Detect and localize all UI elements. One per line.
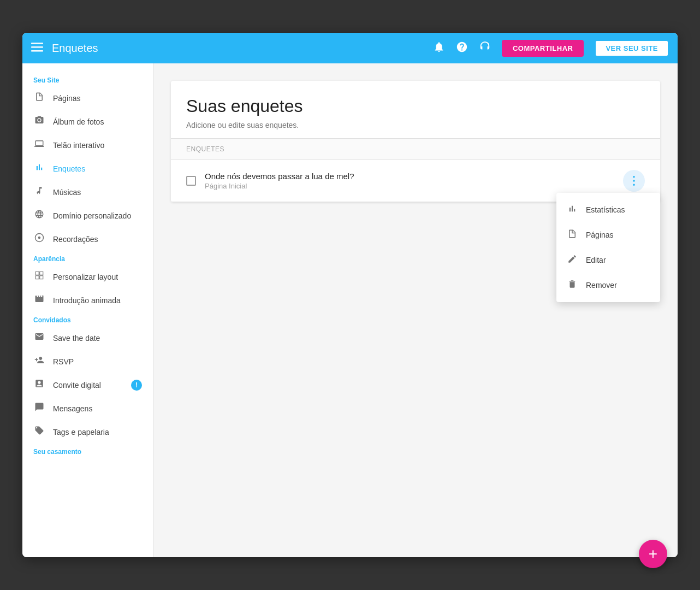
svg-rect-0	[31, 43, 43, 44]
sidebar-label-tags-papelaria: Tags e papelaria	[53, 428, 109, 436]
page-subtitle: Adicione ou edite suas enquetes.	[186, 121, 645, 129]
context-label-paginas: Páginas	[586, 231, 614, 239]
envelope-icon	[33, 332, 45, 344]
sidebar-item-paginas[interactable]: Páginas	[22, 86, 153, 110]
sidebar-item-personalizar-layout[interactable]: Personalizar layout	[22, 265, 153, 288]
sidebar-label-mensagens: Mensagens	[53, 404, 92, 413]
sidebar-label-album: Álbum de fotos	[53, 117, 104, 126]
context-menu-item-editar[interactable]: Editar	[556, 247, 660, 273]
content-card: Suas enquetes Adicione ou edite suas enq…	[171, 81, 660, 202]
sidebar-label-musicas: Músicas	[53, 188, 81, 197]
svg-rect-1	[31, 46, 43, 48]
sidebar-label-paginas: Páginas	[53, 94, 81, 103]
svg-point-6	[633, 180, 635, 182]
page-title: Suas enquetes	[186, 96, 645, 116]
headset-icon[interactable]	[479, 41, 491, 56]
main-layout: Seu Site Páginas Álbum de fotos	[22, 63, 678, 557]
context-menu-item-paginas[interactable]: Páginas	[556, 222, 660, 247]
poll-checkbox[interactable]	[186, 176, 196, 186]
context-menu-item-estatisticas[interactable]: Estatísticas	[556, 197, 660, 222]
notification-icon[interactable]	[433, 41, 445, 56]
camera-icon	[33, 115, 45, 128]
sidebar-item-mensagens[interactable]: Mensagens	[22, 397, 153, 420]
menu-icon[interactable]	[31, 41, 43, 56]
sidebar-section-seu-site: Seu Site	[22, 72, 153, 86]
content-area: Suas enquetes Adicione ou edite suas enq…	[153, 63, 678, 557]
svg-point-7	[633, 184, 635, 186]
sidebar-item-recordacoes[interactable]: Recordações	[22, 227, 153, 251]
digital-invite-icon	[33, 379, 45, 391]
record-icon	[33, 233, 45, 245]
sidebar-item-musicas[interactable]: Músicas	[22, 180, 153, 204]
sidebar-label-dominio: Domínio personalizado	[53, 211, 131, 220]
sidebar-item-tags-papelaria[interactable]: Tags e papelaria	[22, 420, 153, 444]
sidebar-item-introducao-animada[interactable]: Introdução animada	[22, 288, 153, 312]
svg-point-4	[38, 237, 41, 239]
message-icon	[33, 402, 45, 415]
poll-question: Onde nós devemos passar a lua de mel?	[205, 172, 623, 181]
sidebar-item-dominio[interactable]: Domínio personalizado	[22, 204, 153, 227]
file-icon	[33, 92, 45, 104]
sidebar-label-rsvp: RSVP	[53, 357, 74, 366]
sidebar-label-convite-digital: Convite digital	[53, 381, 101, 390]
context-label-estatisticas: Estatísticas	[586, 205, 625, 214]
chart-bar-icon	[33, 162, 45, 175]
sidebar-label-enquetes: Enquetes	[53, 164, 85, 173]
svg-rect-2	[31, 50, 43, 52]
sidebar-item-save-the-date[interactable]: Save the date	[22, 326, 153, 350]
context-label-remover: Remover	[586, 281, 617, 290]
trash-icon	[567, 279, 577, 291]
poll-more-button[interactable]	[623, 170, 645, 192]
music-icon	[33, 186, 45, 198]
poll-page: Página Inicial	[205, 182, 623, 190]
monitor-icon	[33, 139, 45, 151]
poll-row: Onde nós devemos passar a lua de mel? Pá…	[171, 160, 660, 202]
sidebar-label-introducao-animada: Introdução animada	[53, 296, 121, 305]
sidebar-section-seu-casamento: Seu casamento	[22, 444, 153, 458]
svg-point-5	[633, 176, 635, 178]
help-icon[interactable]	[456, 41, 468, 56]
ver-seu-site-button[interactable]: VER SEU SITE	[595, 40, 669, 57]
edit-icon	[567, 254, 577, 266]
chart-icon	[567, 204, 577, 216]
context-label-editar: Editar	[586, 256, 606, 264]
enquetes-section: ENQUETES Onde nós devemos passar a lua d…	[171, 139, 660, 202]
sidebar-item-rsvp[interactable]: RSVP	[22, 350, 153, 373]
sidebar-label-save-the-date: Save the date	[53, 334, 100, 343]
file-icon-menu	[567, 229, 577, 241]
person-add-icon	[33, 355, 45, 368]
poll-info: Onde nós devemos passar a lua de mel? Pá…	[205, 172, 623, 190]
sidebar-section-aparencia: Aparência	[22, 251, 153, 265]
section-header-enquetes: ENQUETES	[171, 139, 660, 160]
app-title: Enquetes	[52, 42, 424, 55]
sidebar-item-convite-digital[interactable]: Convite digital !	[22, 373, 153, 397]
film-icon	[33, 294, 45, 306]
compartilhar-button[interactable]: COMPARTILHAR	[502, 40, 584, 57]
layout-icon	[33, 270, 45, 283]
sidebar-label-personalizar-layout: Personalizar layout	[53, 273, 118, 281]
tag-icon	[33, 426, 45, 438]
context-menu: Estatísticas Páginas	[556, 193, 660, 302]
sidebar-section-convidados: Convidados	[22, 312, 153, 326]
sidebar-label-telao: Telão interativo	[53, 141, 104, 150]
topbar: Enquetes COMPARTILHAR VER SEU SITE	[22, 33, 678, 63]
fab-add-button[interactable]: +	[639, 540, 667, 557]
convite-badge: !	[131, 380, 142, 391]
context-menu-item-remover[interactable]: Remover	[556, 273, 660, 298]
domain-icon	[33, 209, 45, 222]
sidebar-label-recordacoes: Recordações	[53, 235, 98, 244]
sidebar: Seu Site Páginas Álbum de fotos	[22, 63, 153, 557]
content-header: Suas enquetes Adicione ou edite suas enq…	[171, 81, 660, 139]
topbar-icons: COMPARTILHAR VER SEU SITE	[433, 40, 669, 57]
sidebar-item-telao[interactable]: Telão interativo	[22, 133, 153, 157]
sidebar-item-album-fotos[interactable]: Álbum de fotos	[22, 110, 153, 133]
sidebar-item-enquetes[interactable]: Enquetes	[22, 157, 153, 180]
